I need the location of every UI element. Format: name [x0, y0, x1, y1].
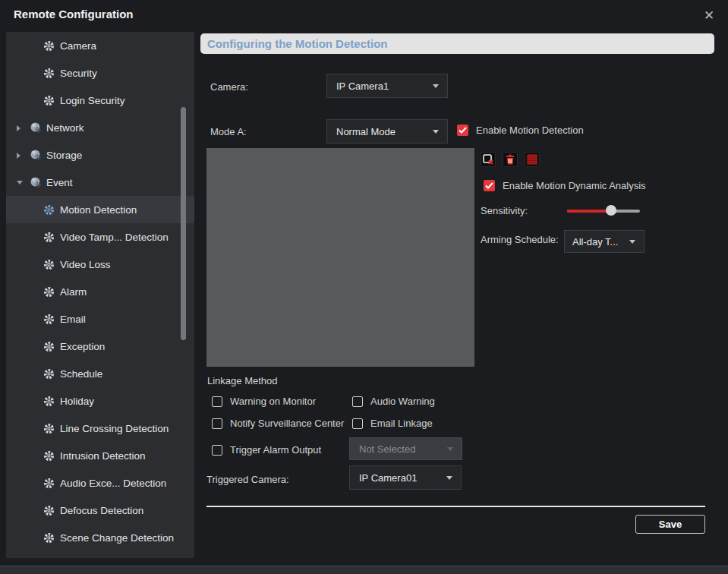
sidebar-scrollbar[interactable]: [181, 107, 186, 340]
trigger-alarm-output-checkbox[interactable]: [212, 445, 222, 456]
notify-surveillance-center-checkbox[interactable]: [212, 418, 222, 429]
sidebar-item-video-tamp-detection[interactable]: Video Tamp... Detection: [6, 223, 194, 251]
sidebar-item-label: Scene Change Detection: [60, 532, 174, 544]
camera-select[interactable]: IP Camera1: [326, 74, 448, 98]
gear-icon: [43, 531, 55, 544]
delete-button[interactable]: [503, 152, 518, 167]
gear-icon: [43, 477, 55, 490]
sidebar-item-label: Motion Detection: [60, 204, 137, 216]
save-button[interactable]: Save: [635, 515, 705, 534]
linkage-method-title: Linkage Method: [207, 375, 278, 386]
sidebar-item-exception[interactable]: Exception: [6, 333, 194, 360]
gear-icon: [43, 449, 55, 462]
video-preview[interactable]: [206, 148, 474, 367]
audio-warning-label: Audio Warning: [370, 396, 435, 407]
sidebar-item-label: Event: [46, 177, 73, 188]
gear-icon: [43, 504, 55, 517]
alarm-output-select: Not Selected: [349, 437, 462, 460]
arming-schedule-select[interactable]: All-day T...: [564, 230, 644, 253]
sensitivity-slider-thumb[interactable]: [606, 205, 616, 216]
sidebar-item-label: Video Loss: [60, 259, 111, 270]
category-globe-icon: [29, 149, 42, 162]
sensitivity-slider[interactable]: [567, 205, 640, 216]
enable-dynamic-analysis-row: Enable Motion Dynamic Analysis: [484, 180, 646, 191]
page-title-bar: Configuring the Motion Detection: [200, 33, 714, 54]
gear-icon: [43, 313, 55, 326]
gear-icon: [43, 94, 55, 107]
chevron-down-icon: [433, 130, 439, 134]
mode-select-value: Normal Mode: [336, 126, 396, 137]
camera-select-value: IP Camera1: [336, 80, 389, 92]
chevron-right-icon[interactable]: [17, 122, 29, 134]
chevron-right-icon[interactable]: [17, 150, 29, 161]
category-globe-icon: [29, 176, 42, 189]
mode-label: Mode A:: [210, 126, 247, 137]
sidebar-item-line-crossing-detection[interactable]: Line Crossing Detection: [6, 415, 194, 442]
gear-icon: [43, 367, 55, 380]
trigger-alarm-output-row: Trigger Alarm Output: [212, 444, 321, 456]
save-button-label: Save: [659, 519, 682, 530]
sidebar-item-alarm[interactable]: Alarm: [6, 278, 194, 305]
enable-motion-detection-checkbox[interactable]: [457, 125, 468, 136]
close-icon[interactable]: ✕: [698, 5, 720, 26]
page-title: Configuring the Motion Detection: [207, 37, 387, 50]
email-linkage-label: Email Linkage: [370, 418, 433, 429]
sidebar-item-label: Exception: [60, 341, 105, 352]
sidebar-item-login-security[interactable]: Login Security: [6, 87, 194, 114]
sidebar-item-email[interactable]: Email: [6, 305, 194, 333]
sidebar-item-camera[interactable]: Camera: [6, 32, 194, 59]
sidebar-item-label: Network: [46, 122, 84, 134]
window-title: Remote Configuration: [14, 8, 134, 20]
trigger-alarm-output-label: Trigger Alarm Output: [230, 444, 321, 456]
gear-icon: [43, 285, 55, 298]
gear-icon: [43, 395, 55, 408]
sensitivity-label: Sensitivity:: [481, 205, 528, 216]
warning-on-monitor-row: Warning on Monitor: [212, 396, 316, 407]
clear-draw-area-button[interactable]: [481, 152, 496, 167]
grid-all-button[interactable]: [525, 152, 540, 167]
sidebar-item-scene-change-detection[interactable]: Scene Change Detection: [6, 524, 194, 551]
grid-all-icon: [526, 153, 538, 166]
chevron-down-icon[interactable]: [17, 177, 29, 188]
mode-select[interactable]: Normal Mode: [326, 119, 448, 144]
sidebar-item-storage[interactable]: Storage: [6, 141, 194, 169]
camera-label: Camera:: [210, 81, 248, 93]
sidebar-item-schedule[interactable]: Schedule: [6, 360, 194, 387]
sidebar-item-label: Defocus Detection: [60, 505, 143, 516]
sidebar-item-holiday[interactable]: Holiday: [6, 387, 194, 415]
sidebar-item-intrusion-detection[interactable]: Intrusion Detection: [6, 442, 194, 469]
sidebar-item-label: Holiday: [60, 396, 94, 407]
arming-schedule-value: All-day T...: [572, 236, 618, 248]
sidebar-item-label: Login Security: [60, 95, 125, 106]
sidebar-item-security[interactable]: Security: [6, 59, 194, 87]
sidebar-item-video-loss[interactable]: Video Loss: [6, 251, 194, 278]
gear-icon: [43, 231, 55, 244]
gear-icon: [43, 422, 55, 435]
warning-on-monitor-checkbox[interactable]: [212, 396, 222, 407]
gear-icon: [43, 340, 55, 353]
sidebar-item-network[interactable]: Network: [6, 114, 194, 141]
enable-motion-detection-row: Enable Motion Detection: [457, 125, 584, 136]
enable-dynamic-analysis-label: Enable Motion Dynamic Analysis: [503, 180, 646, 191]
arming-schedule-label: Arming Schedule:: [481, 234, 559, 245]
notify-surveillance-center-row: Notify Surveillance Center: [212, 418, 344, 429]
enable-dynamic-analysis-checkbox[interactable]: [484, 180, 495, 191]
sidebar-item-motion-detection[interactable]: Motion Detection: [6, 196, 194, 223]
triggered-camera-value: IP Camera01: [359, 472, 417, 484]
sidebar-item-label: Audio Exce... Detection: [60, 478, 166, 489]
sidebar-item-defocus-detection[interactable]: Defocus Detection: [6, 497, 194, 524]
triggered-camera-select[interactable]: IP Camera01: [349, 465, 462, 490]
sidebar-item-event[interactable]: Event: [6, 169, 194, 196]
sidebar-item-label: Storage: [46, 150, 82, 161]
sidebar-item-audio-exce-detection[interactable]: Audio Exce... Detection: [6, 469, 194, 497]
audio-warning-row: Audio Warning: [352, 396, 435, 407]
triggered-camera-label: Triggered Camera:: [206, 474, 289, 485]
check-icon: [459, 127, 467, 134]
audio-warning-checkbox[interactable]: [352, 396, 363, 407]
delete-icon: [504, 153, 516, 166]
email-linkage-checkbox[interactable]: [352, 418, 363, 429]
sidebar-item-label: Schedule: [60, 368, 102, 380]
sidebar-item-label: Camera: [60, 40, 96, 52]
check-icon: [485, 182, 493, 189]
sidebar-item-label: Alarm: [60, 286, 87, 298]
